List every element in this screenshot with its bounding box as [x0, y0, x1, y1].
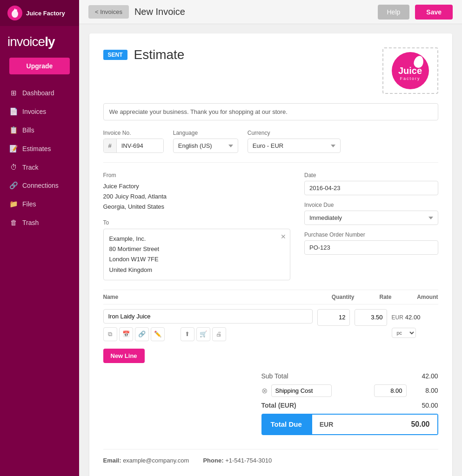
- date-group: Date: [304, 172, 438, 195]
- po-group: Purchase Order Number: [304, 231, 438, 255]
- upload-icon-button[interactable]: ⬆: [181, 327, 194, 341]
- bills-icon: 📋: [9, 126, 18, 134]
- to-label: To: [103, 219, 291, 226]
- status-badge: SENT: [103, 50, 127, 60]
- cart-icon-button[interactable]: 🛒: [196, 327, 210, 341]
- to-close-button[interactable]: ✕: [281, 233, 286, 240]
- from-details: Juice Factory 200 Juicy Road, Atlanta Ge…: [103, 181, 291, 212]
- edit-icon-button[interactable]: ✏️: [151, 327, 165, 341]
- sidebar-nav: ⊞ Dashboard 📄 Invoices 📋 Bills 📝 Estimat…: [0, 84, 79, 231]
- language-select[interactable]: English (US): [173, 139, 238, 153]
- invoice-no-field: #: [103, 139, 164, 153]
- section-divider: [103, 162, 438, 163]
- sidebar-item-label: Connections: [22, 182, 59, 189]
- footer-phone-area: Phone: +1-541-754-3010: [203, 457, 272, 464]
- item-actions: ⧉ 📅 🔗 ✏️ ⬆ 🛒 🖨: [103, 327, 313, 341]
- unit-select[interactable]: pc hr day: [392, 328, 416, 338]
- connections-icon: 🔗: [9, 181, 18, 190]
- save-button[interactable]: Save: [415, 5, 453, 20]
- link-icon-button[interactable]: 🔗: [135, 327, 149, 341]
- item-amount-value: 42.00: [405, 314, 421, 321]
- invoice-footer: Email: example@company.com Phone: +1-541…: [103, 449, 438, 464]
- invoice-due-select[interactable]: Immediately: [304, 211, 438, 225]
- to-address3: United Kingdom: [109, 265, 285, 275]
- shipping-value-input[interactable]: [374, 384, 407, 397]
- copy-icon-button[interactable]: ⧉: [103, 327, 117, 341]
- invoice-header: SENT Estimate Juice Factory: [103, 47, 438, 94]
- from-address2: Georgia, United States: [103, 202, 291, 212]
- invoice-no-input[interactable]: [117, 139, 163, 152]
- sidebar-item-label: Bills: [22, 126, 34, 134]
- total-eur-row: Total (EUR) 50.00: [261, 402, 438, 409]
- sidebar-item-track[interactable]: ⏱ Track: [0, 158, 79, 176]
- currency-select[interactable]: Euro - EUR: [248, 139, 341, 153]
- invoice-due-group: Invoice Due Immediately: [304, 202, 438, 225]
- logo-area[interactable]: Juice Factory: [382, 47, 438, 94]
- sidebar-item-label: Trash: [22, 219, 39, 226]
- sidebar-item-files[interactable]: 📁 Files: [0, 195, 79, 213]
- footer-email-label: Email:: [103, 457, 121, 464]
- invoice-no-group: Invoice No. #: [103, 130, 164, 153]
- total-due-label: Total Due: [261, 414, 311, 435]
- topbar: < Invoices New Invoice Help Save: [79, 0, 462, 24]
- invoice-no-label: Invoice No.: [103, 130, 164, 136]
- content-area: SENT Estimate Juice Factory Invoice No.: [79, 24, 462, 476]
- shipping-amount-display: 8.00: [410, 387, 438, 394]
- page-title: New Invoice: [134, 7, 372, 17]
- total-due-currency: EUR: [320, 421, 334, 428]
- invoice-due-label: Invoice Due: [304, 202, 438, 208]
- language-label: Language: [173, 130, 238, 136]
- logo-subtext: Factory: [400, 76, 420, 81]
- item-rate-input[interactable]: [355, 309, 387, 326]
- date-input[interactable]: [304, 181, 438, 195]
- sidebar-item-dashboard[interactable]: ⊞ Dashboard: [0, 84, 79, 102]
- subtotal-label: Sub Total: [261, 372, 288, 380]
- back-button[interactable]: < Invoices: [88, 5, 129, 19]
- files-icon: 📁: [9, 200, 18, 208]
- sidebar-item-invoices[interactable]: 📄 Invoices: [0, 102, 79, 121]
- sidebar-item-bills[interactable]: 📋 Bills: [0, 121, 79, 139]
- sidebar-item-connections[interactable]: 🔗 Connections: [0, 176, 79, 195]
- po-label: Purchase Order Number: [304, 231, 438, 238]
- help-button[interactable]: Help: [378, 5, 410, 20]
- message-input[interactable]: [103, 103, 438, 120]
- currency-group: Currency Euro - EUR: [248, 130, 341, 153]
- shipping-remove-button[interactable]: ⊗: [261, 386, 268, 395]
- item-name-input[interactable]: [103, 309, 313, 324]
- invoice-header-left: SENT Estimate: [103, 47, 185, 62]
- item-qty-input[interactable]: [317, 309, 350, 326]
- language-group: Language English (US): [173, 130, 238, 153]
- item-currency: EUR: [392, 314, 403, 321]
- logo-text: Juice: [398, 66, 422, 76]
- new-line-button[interactable]: New Line: [103, 349, 145, 363]
- item-amount-area: EUR 42.00 pc hr day: [392, 309, 438, 338]
- upgrade-button[interactable]: Upgrade: [9, 58, 70, 74]
- totals-section: Sub Total 42.00 ⊗ 8.00 Total (EUR) 50.00: [103, 372, 438, 435]
- po-input[interactable]: [304, 240, 438, 255]
- print-icon-button[interactable]: 🖨: [212, 327, 226, 341]
- footer-phone-label: Phone:: [203, 457, 223, 464]
- trash-icon: 🗑: [9, 218, 18, 226]
- app-logo-icon: [7, 6, 22, 20]
- footer-phone-value: +1-541-754-3010: [225, 457, 272, 464]
- calendar-icon-button[interactable]: 📅: [119, 327, 133, 341]
- sidebar-item-estimates[interactable]: 📝 Estimates: [0, 139, 79, 158]
- sidebar-item-trash[interactable]: 🗑 Trash: [0, 213, 79, 231]
- brand-area: invoicely: [0, 26, 79, 53]
- invoice-meta-row: Invoice No. # Language English (US) Curr…: [103, 130, 438, 153]
- shipping-row: ⊗ 8.00: [261, 384, 438, 397]
- item-amount-display: EUR 42.00: [392, 309, 438, 326]
- col-rate-header: Rate: [355, 294, 392, 300]
- company-logo: Juice Factory: [392, 52, 429, 89]
- line-items-header: Name Quantity Rate Amount: [103, 290, 438, 304]
- shipping-label-group: ⊗: [261, 384, 332, 397]
- sidebar-logo-area: Juice Factory: [0, 0, 79, 26]
- invoice-card: SENT Estimate Juice Factory Invoice No.: [89, 33, 452, 476]
- to-name: Example, Inc.: [109, 234, 285, 244]
- invoices-icon: 📄: [9, 107, 18, 116]
- from-name: Juice Factory: [103, 181, 291, 192]
- estimates-icon: 📝: [9, 145, 18, 153]
- shipping-label-input[interactable]: [271, 384, 332, 397]
- currency-label: Currency: [248, 130, 341, 136]
- sidebar-item-label: Dashboard: [22, 89, 54, 97]
